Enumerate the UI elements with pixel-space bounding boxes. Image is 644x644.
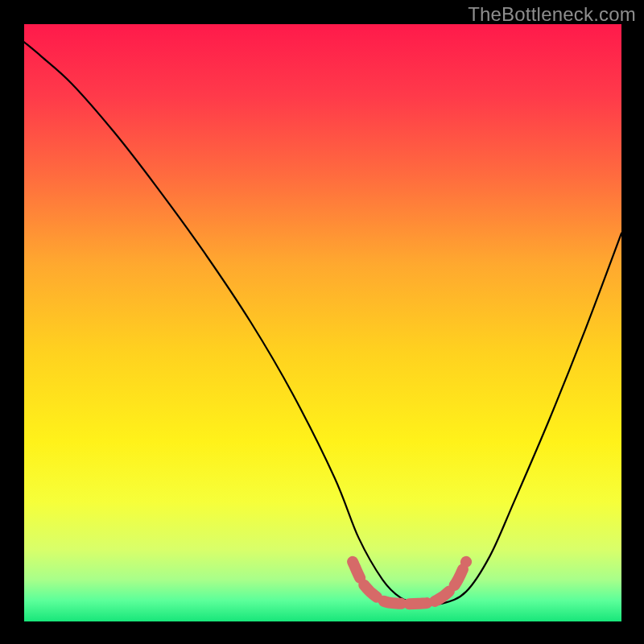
gradient-background: [24, 24, 621, 621]
chart-svg: [0, 0, 644, 644]
chart-frame: TheBottleneck.com: [0, 0, 644, 644]
watermark-text: TheBottleneck.com: [468, 3, 636, 26]
